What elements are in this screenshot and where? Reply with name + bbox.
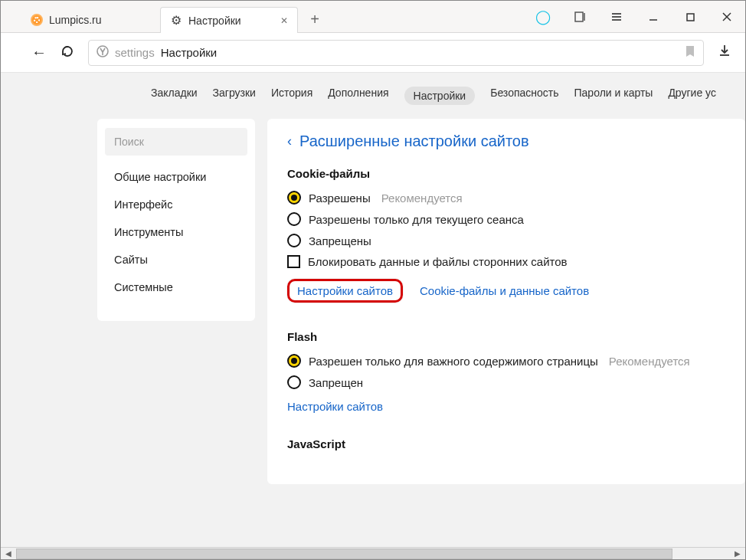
svg-rect-0 <box>575 12 583 21</box>
option-label: Разрешен только для важного содержимого … <box>309 355 598 368</box>
panel-back-icon[interactable]: ‹ <box>287 133 292 149</box>
option-label: Разрешены <box>309 192 371 205</box>
sidebar-search-input[interactable]: Поиск <box>105 128 247 156</box>
radio-icon <box>287 375 301 389</box>
window-close-button[interactable] <box>708 1 745 33</box>
nav-passwords[interactable]: Пароли и карты <box>574 87 653 105</box>
new-tab-button[interactable]: + <box>304 8 326 30</box>
radio-icon <box>287 234 301 247</box>
settings-top-nav: Закладки Загрузки История Дополнения Нас… <box>1 73 745 119</box>
tab-lumpics[interactable]: Lumpics.ru <box>21 6 159 32</box>
section-flash-header: Flash <box>287 330 725 343</box>
nav-bookmarks[interactable]: Закладки <box>151 87 198 105</box>
nav-fade <box>728 73 745 119</box>
section-js-header: JavaScript <box>287 437 725 450</box>
flash-site-settings-link[interactable]: Настройки сайтов <box>287 400 383 413</box>
settings-main-panel: ‹ Расширенные настройки сайтов Cookie-фа… <box>267 119 745 484</box>
cookies-option-blocked[interactable]: Запрещены <box>287 234 725 247</box>
checkbox-icon <box>287 255 300 268</box>
scroll-left-icon[interactable]: ◀ <box>2 549 15 559</box>
nav-other[interactable]: Другие ус <box>668 87 716 105</box>
gear-icon: ⚙ <box>170 15 182 27</box>
svg-rect-6 <box>687 14 694 21</box>
collections-icon[interactable] <box>561 1 598 33</box>
cookies-block-third-party[interactable]: Блокировать данные и файлы сторонних сай… <box>287 255 725 268</box>
address-bar[interactable]: settings Настройки <box>88 40 704 66</box>
sidebar-item-general[interactable]: Общие настройки <box>97 163 255 191</box>
scrollbar-thumb[interactable] <box>16 549 672 559</box>
content-area: Закладки Загрузки История Дополнения Нас… <box>1 73 745 549</box>
cookies-site-settings-link[interactable]: Настройки сайтов <box>287 279 403 303</box>
nav-security[interactable]: Безопасность <box>490 87 558 105</box>
downloads-button[interactable] <box>718 44 731 61</box>
settings-sidebar: Поиск Общие настройки Интерфейс Инструме… <box>97 119 255 321</box>
cookies-option-allowed[interactable]: Разрешены Рекомендуется <box>287 191 725 205</box>
menu-icon[interactable] <box>598 1 635 33</box>
panel-title: Расширенные настройки сайтов <box>299 133 529 150</box>
cookies-data-link[interactable]: Cookie-файлы и данные сайтов <box>420 284 589 297</box>
reload-button[interactable] <box>61 44 74 61</box>
close-tab-icon[interactable]: ✕ <box>280 15 288 26</box>
option-label: Блокировать данные и файлы сторонних сай… <box>308 255 568 268</box>
option-label: Разрешены только для текущего сеанса <box>309 213 524 226</box>
svg-line-11 <box>103 48 105 52</box>
address-prefix: settings <box>115 46 155 59</box>
horizontal-scrollbar[interactable]: ◀ ▶ <box>1 547 745 559</box>
tab-label: Lumpics.ru <box>49 14 101 26</box>
tab-settings[interactable]: ⚙ Настройки ✕ <box>160 7 298 33</box>
yandex-icon <box>97 45 109 60</box>
tab-label: Настройки <box>188 15 241 27</box>
window-minimize-button[interactable] <box>635 1 672 33</box>
tab-strip: Lumpics.ru ⚙ Настройки ✕ + ◯ <box>1 1 745 33</box>
option-label: Запрещены <box>309 234 371 247</box>
flash-option-important[interactable]: Разрешен только для важного содержимого … <box>287 354 725 368</box>
toolbar: ← settings Настройки <box>1 33 745 73</box>
radio-icon <box>287 212 301 226</box>
sidebar-item-system[interactable]: Системные <box>97 273 255 301</box>
nav-downloads[interactable]: Загрузки <box>213 87 256 105</box>
sidebar-item-tools[interactable]: Инструменты <box>97 218 255 246</box>
radio-icon <box>287 191 301 205</box>
option-hint: Рекомендуется <box>609 355 690 368</box>
section-cookies-header: Cookie-файлы <box>287 167 725 180</box>
bookmark-icon[interactable] <box>685 45 695 60</box>
cookies-option-session[interactable]: Разрешены только для текущего сеанса <box>287 212 725 226</box>
sidebar-item-sites[interactable]: Сайты <box>97 246 255 273</box>
nav-settings[interactable]: Настройки <box>404 87 476 105</box>
flash-option-blocked[interactable]: Запрещен <box>287 375 725 389</box>
lumpics-favicon-icon <box>31 14 43 26</box>
radio-icon <box>287 354 301 368</box>
nav-history[interactable]: История <box>271 87 312 105</box>
back-button[interactable]: ← <box>31 44 47 61</box>
scroll-right-icon[interactable]: ▶ <box>731 549 744 559</box>
address-title: Настройки <box>161 46 218 59</box>
option-label: Запрещен <box>309 376 363 389</box>
scrollbar-track[interactable] <box>16 549 730 559</box>
sidebar-item-interface[interactable]: Интерфейс <box>97 191 255 218</box>
alice-icon[interactable]: ◯ <box>525 1 561 33</box>
option-hint: Рекомендуется <box>381 192 463 205</box>
titlebar-controls: ◯ <box>525 1 745 33</box>
nav-addons[interactable]: Дополнения <box>328 87 388 105</box>
window-maximize-button[interactable] <box>672 1 708 33</box>
